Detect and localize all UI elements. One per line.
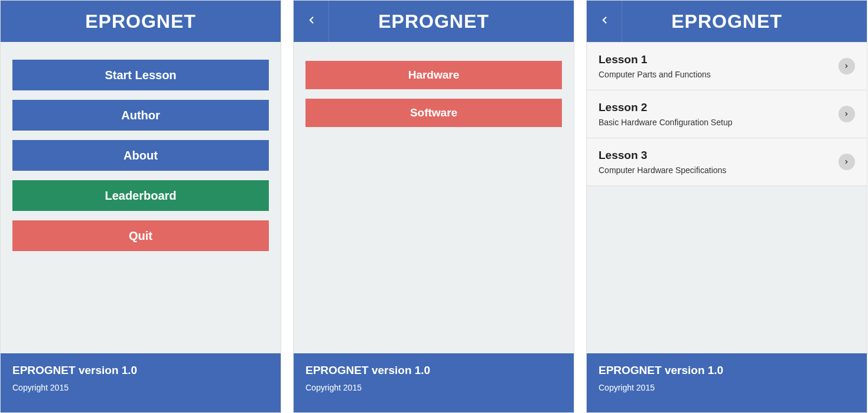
chevron-left-icon xyxy=(599,15,610,28)
footer-version: EPROGNET version 1.0 xyxy=(305,364,562,377)
chevron-right-icon xyxy=(838,154,855,170)
start-lesson-button[interactable]: Start Lesson xyxy=(12,60,269,90)
lesson-subtitle: Computer Parts and Functions xyxy=(599,70,838,79)
lesson-item-3[interactable]: Lesson 3 Computer Hardware Specification… xyxy=(587,138,867,186)
screen-lessons: EPROGNET Lesson 1 Computer Parts and Fun… xyxy=(586,0,867,413)
app-title: EPROGNET xyxy=(85,11,196,32)
lesson-item-text: Lesson 1 Computer Parts and Functions xyxy=(599,53,838,79)
header: EPROGNET xyxy=(1,1,281,42)
header: EPROGNET xyxy=(294,1,574,42)
lesson-item-2[interactable]: Lesson 2 Basic Hardware Configuration Se… xyxy=(587,90,867,138)
lesson-item-text: Lesson 2 Basic Hardware Configuration Se… xyxy=(599,101,838,127)
lesson-list: Lesson 1 Computer Parts and Functions Le… xyxy=(587,42,867,186)
footer-copyright: Copyright 2015 xyxy=(12,383,269,392)
chevron-left-icon xyxy=(306,15,317,28)
about-button[interactable]: About xyxy=(12,140,269,171)
app-title: EPROGNET xyxy=(671,11,782,32)
lessons-content: Lesson 1 Computer Parts and Functions Le… xyxy=(587,42,867,353)
footer-version: EPROGNET version 1.0 xyxy=(12,364,269,377)
lesson-subtitle: Computer Hardware Specifications xyxy=(599,165,838,175)
lesson-title: Lesson 1 xyxy=(599,53,838,66)
lesson-title: Lesson 2 xyxy=(599,101,838,114)
lesson-item-1[interactable]: Lesson 1 Computer Parts and Functions xyxy=(587,42,867,90)
footer-copyright: Copyright 2015 xyxy=(599,383,855,392)
screen-main-menu: EPROGNET Start Lesson Author About Leade… xyxy=(0,0,281,413)
footer-version: EPROGNET version 1.0 xyxy=(599,364,855,377)
chevron-right-icon xyxy=(838,106,855,122)
main-menu-content: Start Lesson Author About Leaderboard Qu… xyxy=(1,42,281,353)
footer: EPROGNET version 1.0 Copyright 2015 xyxy=(587,353,867,412)
screen-category: EPROGNET Hardware Software EPROGNET vers… xyxy=(293,0,574,413)
chevron-right-icon xyxy=(838,58,855,74)
footer: EPROGNET version 1.0 Copyright 2015 xyxy=(294,353,574,412)
leaderboard-button[interactable]: Leaderboard xyxy=(12,180,269,211)
quit-button[interactable]: Quit xyxy=(12,220,269,251)
category-content: Hardware Software xyxy=(294,42,574,353)
lesson-subtitle: Basic Hardware Configuration Setup xyxy=(599,118,838,127)
footer: EPROGNET version 1.0 Copyright 2015 xyxy=(1,353,281,412)
author-button[interactable]: Author xyxy=(12,100,269,131)
lesson-title: Lesson 3 xyxy=(599,149,838,162)
back-button[interactable] xyxy=(294,1,329,42)
footer-copyright: Copyright 2015 xyxy=(305,383,562,392)
header: EPROGNET xyxy=(587,1,867,42)
software-button[interactable]: Software xyxy=(305,99,562,127)
hardware-button[interactable]: Hardware xyxy=(305,61,562,89)
lesson-item-text: Lesson 3 Computer Hardware Specification… xyxy=(599,149,838,175)
app-title: EPROGNET xyxy=(378,11,489,32)
back-button[interactable] xyxy=(587,1,622,42)
